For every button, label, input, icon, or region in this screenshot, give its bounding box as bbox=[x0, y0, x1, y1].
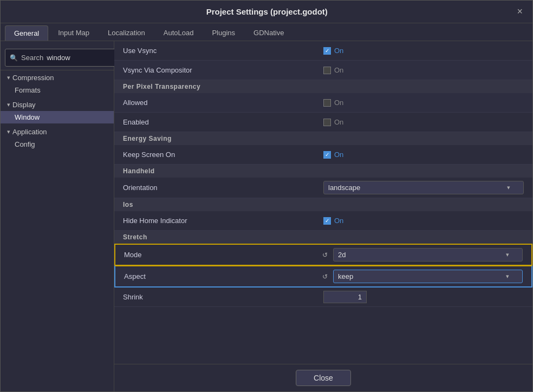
dialog-title: Project Settings (project.godot) bbox=[20, 7, 514, 16]
project-settings-dialog: Project Settings (project.godot) × Gener… bbox=[0, 0, 533, 392]
tab-input-map[interactable]: Input Map bbox=[49, 25, 98, 41]
sidebar-section-compression: ▾ Compression Formats bbox=[1, 70, 114, 97]
setting-shrink: Shrink bbox=[114, 288, 532, 307]
value-use-vsync: On bbox=[323, 47, 524, 55]
checkbox-use-vsync[interactable] bbox=[323, 47, 331, 55]
sidebar: 🔍 Search × Delete ▾ Compression Formats … bbox=[1, 41, 114, 391]
label-mode: Mode bbox=[124, 251, 322, 259]
settings-area: Use Vsync On Vsync Via Compositor On Per bbox=[114, 41, 532, 364]
close-dialog-button[interactable]: Close bbox=[296, 370, 351, 386]
label-shrink: Shrink bbox=[123, 293, 323, 301]
section-ios: Ios bbox=[114, 198, 532, 211]
value-allowed: On bbox=[323, 99, 524, 107]
checkbox-allowed[interactable] bbox=[323, 99, 331, 107]
sidebar-section-application: ▾ Application Config bbox=[1, 125, 114, 152]
bottom-bar: Close bbox=[114, 364, 532, 391]
mode-value: 2d bbox=[338, 251, 346, 259]
shrink-input[interactable] bbox=[323, 291, 367, 303]
label-hide-home-indicator: Hide Home Indicator bbox=[123, 217, 323, 225]
compression-label: Compression bbox=[12, 74, 54, 82]
section-per-pixel-transparency: Per Pixel Transparency bbox=[114, 80, 532, 93]
on-label-hide-home-indicator: On bbox=[334, 217, 343, 225]
value-hide-home-indicator: On bbox=[323, 217, 524, 225]
section-stretch: Stretch bbox=[114, 231, 532, 244]
sidebar-item-window[interactable]: Window bbox=[1, 111, 114, 123]
title-bar: Project Settings (project.godot) × bbox=[1, 1, 532, 23]
display-label: Display bbox=[12, 101, 36, 109]
on-label-allowed: On bbox=[334, 99, 343, 107]
value-shrink bbox=[323, 291, 524, 303]
orientation-dropdown[interactable]: landscape ▾ bbox=[323, 181, 524, 194]
search-delete-row: 🔍 Search × Delete bbox=[1, 45, 114, 70]
tab-bar: General Input Map Localization AutoLoad … bbox=[1, 23, 532, 41]
search-icon: 🔍 bbox=[10, 54, 18, 62]
checkbox-vsync-compositor[interactable] bbox=[323, 67, 331, 74]
aspect-dropdown-arrow: ▾ bbox=[506, 273, 509, 280]
arrow-application: ▾ bbox=[7, 128, 10, 135]
orientation-dropdown-arrow: ▾ bbox=[507, 184, 510, 191]
label-use-vsync: Use Vsync bbox=[123, 47, 323, 55]
value-keep-screen-on: On bbox=[323, 151, 524, 159]
mode-dropdown-arrow: ▾ bbox=[506, 251, 509, 258]
label-keep-screen-on: Keep Screen On bbox=[123, 151, 323, 159]
value-enabled: On bbox=[323, 118, 524, 126]
setting-use-vsync: Use Vsync On bbox=[114, 41, 532, 61]
tab-localization[interactable]: Localization bbox=[99, 25, 154, 41]
setting-keep-screen-on: Keep Screen On On bbox=[114, 145, 532, 165]
arrow-display: ▾ bbox=[7, 101, 10, 108]
setting-orientation: Orientation landscape ▾ bbox=[114, 178, 532, 198]
aspect-value: keep bbox=[338, 272, 353, 280]
section-energy-saving: Energy Saving bbox=[114, 132, 532, 145]
sidebar-item-formats[interactable]: Formats bbox=[1, 84, 114, 96]
mode-reset-icon[interactable]: ↺ bbox=[322, 251, 328, 259]
tab-plugins[interactable]: Plugins bbox=[203, 25, 244, 41]
tab-general[interactable]: General bbox=[5, 25, 48, 41]
sidebar-header-display[interactable]: ▾ Display bbox=[1, 99, 114, 111]
label-vsync-compositor: Vsync Via Compositor bbox=[123, 66, 323, 74]
search-label: Search bbox=[21, 54, 43, 62]
aspect-dropdown[interactable]: keep ▾ bbox=[333, 270, 523, 283]
on-label-use-vsync: On bbox=[334, 47, 343, 55]
on-label-keep-screen-on: On bbox=[334, 151, 343, 159]
sidebar-item-config[interactable]: Config bbox=[1, 138, 114, 151]
tab-autoload[interactable]: AutoLoad bbox=[155, 25, 203, 41]
setting-vsync-compositor: Vsync Via Compositor On bbox=[114, 61, 532, 80]
settings-panel: Use Vsync On Vsync Via Compositor On Per bbox=[114, 41, 532, 391]
section-handheld: Handheld bbox=[114, 165, 532, 178]
tab-gdnative[interactable]: GDNative bbox=[245, 25, 292, 41]
setting-aspect: Aspect ↺ keep ▾ bbox=[114, 265, 532, 288]
label-orientation: Orientation bbox=[123, 184, 323, 192]
value-aspect: ↺ keep ▾ bbox=[322, 270, 523, 283]
checkbox-enabled[interactable] bbox=[323, 119, 331, 126]
application-label: Application bbox=[12, 128, 47, 136]
mode-dropdown[interactable]: 2d ▾ bbox=[333, 248, 523, 262]
sidebar-header-application[interactable]: ▾ Application bbox=[1, 126, 114, 138]
orientation-value: landscape bbox=[328, 184, 360, 192]
on-label-vsync-compositor: On bbox=[334, 66, 343, 74]
label-aspect: Aspect bbox=[124, 272, 322, 280]
on-label-enabled: On bbox=[334, 118, 343, 126]
value-orientation: landscape ▾ bbox=[323, 181, 524, 194]
sidebar-section-display: ▾ Display Window bbox=[1, 97, 114, 125]
setting-allowed: Allowed On bbox=[114, 93, 532, 113]
aspect-reset-icon[interactable]: ↺ bbox=[322, 273, 328, 280]
checkbox-keep-screen-on[interactable] bbox=[323, 151, 331, 159]
setting-mode: Mode ↺ 2d ▾ bbox=[114, 244, 532, 265]
arrow-compression: ▾ bbox=[7, 74, 10, 81]
label-allowed: Allowed bbox=[123, 99, 323, 107]
setting-enabled: Enabled On bbox=[114, 113, 532, 132]
label-enabled: Enabled bbox=[123, 118, 323, 126]
title-close-button[interactable]: × bbox=[514, 5, 526, 18]
main-content: 🔍 Search × Delete ▾ Compression Formats … bbox=[1, 41, 532, 391]
value-vsync-compositor: On bbox=[323, 66, 524, 74]
value-mode: ↺ 2d ▾ bbox=[322, 248, 523, 262]
sidebar-header-compression[interactable]: ▾ Compression bbox=[1, 71, 114, 84]
setting-hide-home-indicator: Hide Home Indicator On bbox=[114, 211, 532, 231]
checkbox-hide-home-indicator[interactable] bbox=[323, 217, 331, 225]
